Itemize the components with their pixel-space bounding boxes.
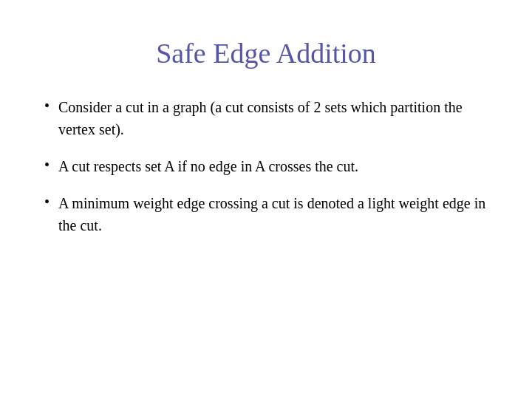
bullet-text-3: A minimum weight edge crossing a cut is …: [58, 192, 488, 236]
slide: Safe Edge Addition • Consider a cut in a…: [0, 0, 532, 399]
bullet-text-1: Consider a cut in a graph (a cut consist…: [58, 96, 488, 140]
bullet-text-2: A cut respects set A if no edge in A cro…: [58, 155, 358, 177]
bullet-dot-2: •: [44, 157, 50, 174]
bullet-dot-3: •: [44, 194, 50, 211]
list-item: • Consider a cut in a graph (a cut consi…: [44, 96, 488, 140]
slide-title: Safe Edge Addition: [156, 37, 376, 69]
bullet-dot-1: •: [44, 98, 50, 115]
list-item: • A cut respects set A if no edge in A c…: [44, 155, 488, 177]
list-item: • A minimum weight edge crossing a cut i…: [44, 192, 488, 236]
content-area: • Consider a cut in a graph (a cut consi…: [44, 96, 488, 236]
